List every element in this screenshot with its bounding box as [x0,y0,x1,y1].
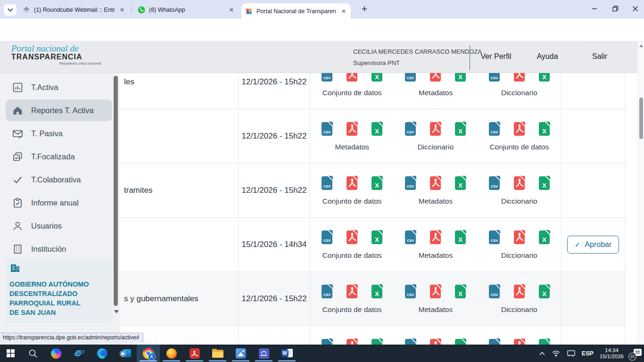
pdf-file-icon[interactable] [346,73,358,82]
xlsx-file-icon[interactable]: X [371,73,383,82]
pdf-file-icon[interactable] [346,175,358,191]
csv-file-icon[interactable]: CSV [404,121,417,137]
tab-close-icon[interactable]: ✕ [340,8,347,15]
sidebar-scrollbar-thumb[interactable] [114,76,118,306]
csv-file-icon[interactable]: CSV [488,175,501,191]
start-button[interactable] [0,345,21,362]
page-scrollbar[interactable] [637,41,644,345]
ayuda-link[interactable]: Ayuda [530,52,564,61]
xlsx-file-icon[interactable]: X [454,230,467,245]
scroll-up-icon[interactable] [639,44,643,47]
xlsx-file-icon[interactable]: X [371,284,383,299]
window-restore-button[interactable] [604,0,626,17]
csv-file-icon[interactable]: CSV [488,284,501,299]
csv-file-icon[interactable]: CSV [321,175,333,191]
taskbar-word-icon[interactable]: W [275,345,298,362]
pdf-file-icon[interactable] [429,230,442,245]
pdf-file-icon[interactable] [429,73,442,82]
tab-roundcube[interactable]: (1) Roundcube Webmail :: Entra ✕ [19,3,129,17]
pdf-file-icon[interactable] [429,121,442,137]
sidebar-item-t-pasiva[interactable]: T. Pasiva [0,122,119,145]
xlsx-file-icon[interactable]: X [538,73,551,82]
pdf-file-icon[interactable] [429,338,442,345]
taskbar-copilot-icon[interactable] [44,345,67,362]
csv-file-icon[interactable]: CSV [321,284,333,299]
xlsx-file-icon[interactable]: X [538,284,551,299]
xlsx-file-icon[interactable]: X [371,121,383,137]
taskbar-chrome-icon[interactable] [137,345,160,362]
csv-file-icon[interactable]: CSV [488,121,501,137]
csv-file-icon[interactable]: CSV [404,338,417,345]
taskbar-edge-icon[interactable] [91,345,114,362]
pdf-file-icon[interactable] [346,284,358,299]
sidebar-item-t-activa[interactable]: T.Activa [0,76,119,99]
pdf-file-icon[interactable] [513,175,526,191]
cast-display-icon[interactable] [567,350,576,357]
wifi-icon[interactable] [552,350,561,357]
xlsx-file-icon[interactable]: X [538,175,551,191]
sidebar-item-usuarios[interactable]: Usuarios [0,214,119,237]
taskbar-photos-icon[interactable] [229,345,252,362]
sidebar-item-t-focalizada[interactable]: T.Focalizada [0,145,119,168]
xlsx-file-icon[interactable]: X [371,230,383,245]
xlsx-file-icon[interactable]: X [454,175,467,191]
csv-file-icon[interactable]: CSV [488,73,501,82]
pdf-file-icon[interactable] [513,73,526,82]
tab-whatsapp[interactable]: (6) WhatsApp ✕ [134,3,239,17]
csv-file-icon[interactable]: CSV [404,175,417,191]
taskbar-clock[interactable]: 14:34 15/1/2026 [600,347,624,360]
pdf-file-icon[interactable] [346,121,358,137]
sidebar-scroll-down-icon[interactable] [114,310,119,313]
ver-perfil-link[interactable]: Ver Perfil [475,52,517,61]
pdf-file-icon[interactable] [513,284,526,299]
pdf-file-icon[interactable] [513,338,526,345]
sidebar-institution-block[interactable]: GOBIERNO AUTÓNOMO DESCENTRALIZADO PARROQ… [6,259,112,323]
window-minimize-button[interactable] [584,0,605,17]
tab-close-icon[interactable]: ✕ [119,7,125,13]
xlsx-file-icon[interactable]: X [538,121,551,137]
taskbar-acrobat-icon[interactable] [183,345,206,362]
sidebar-item-reportes-t-activa[interactable]: Reportes T. Activa [6,99,112,121]
xlsx-file-icon[interactable]: X [454,73,467,82]
xlsx-file-icon[interactable]: X [454,121,467,137]
tab-close-icon[interactable]: ✕ [228,7,235,13]
taskbar-search-icon[interactable] [21,345,44,362]
csv-file-icon[interactable]: CSV [321,121,333,137]
taskbar-firefox-icon[interactable] [160,345,183,362]
tab-search-button[interactable] [4,4,17,16]
csv-file-icon[interactable]: CSV [321,73,333,82]
pdf-file-icon[interactable] [346,230,358,245]
sidebar-item-informe-anual[interactable]: Informe anual [0,191,119,214]
notification-center-icon[interactable]: 10 [630,348,642,359]
csv-file-icon[interactable]: CSV [404,230,417,245]
window-close-button[interactable] [624,0,644,17]
page-scrollbar-thumb[interactable] [639,98,643,139]
taskbar-explorer-icon[interactable] [206,345,229,362]
keyboard-language-indicator[interactable]: ESP [582,350,594,357]
csv-file-icon[interactable]: CSV [404,284,417,299]
pdf-file-icon[interactable] [429,175,442,191]
new-tab-button[interactable]: + [358,3,371,15]
sidebar-item-institucion[interactable]: Institución [0,238,119,260]
pdf-file-icon[interactable] [429,284,442,299]
approve-button[interactable]: ✓Aprobar [567,236,619,254]
csv-file-icon[interactable]: CSV [321,230,333,245]
sidebar-item-t-colaborativa[interactable]: T.Colaborativa [0,168,119,191]
pdf-file-icon[interactable] [513,230,526,245]
taskbar-ie-icon[interactable]: e [67,345,91,362]
xlsx-file-icon[interactable]: X [371,338,383,345]
csv-file-icon[interactable]: CSV [321,338,333,345]
tray-expand-chevron-icon[interactable] [539,351,545,356]
pdf-file-icon[interactable] [346,338,358,345]
xlsx-file-icon[interactable]: X [538,338,551,345]
xlsx-file-icon[interactable]: X [371,175,383,191]
pdf-file-icon[interactable] [513,121,526,137]
xlsx-file-icon[interactable]: X [454,338,467,345]
csv-file-icon[interactable]: CSV [488,230,501,245]
xlsx-file-icon[interactable]: X [538,230,551,245]
taskbar-outlook-icon[interactable] [114,345,137,362]
tab-portal-transparencia[interactable]: Portal Nacional de Transparen ✕ [241,3,351,19]
csv-file-icon[interactable]: CSV [488,338,501,345]
taskbar-scanner-app-icon[interactable] [252,345,275,362]
xlsx-file-icon[interactable]: X [454,284,467,299]
